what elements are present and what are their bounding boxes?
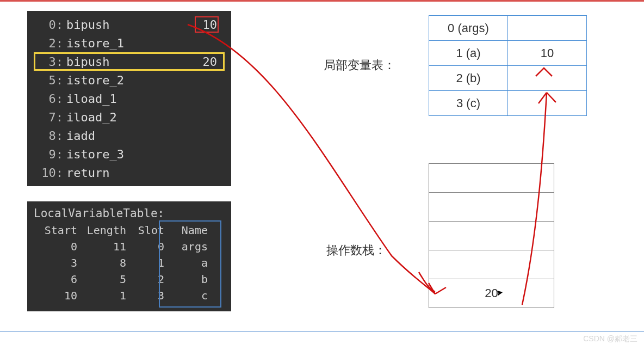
accent-top-border xyxy=(0,0,644,2)
bytecode-offset: 3: xyxy=(36,55,63,69)
bytecode-line: 3:bipush20 xyxy=(34,52,225,71)
locals-slot: 2 (b) xyxy=(429,66,508,91)
lvt-header-name: Name xyxy=(164,224,208,237)
locals-slot: 1 (a) xyxy=(429,41,508,66)
locals-value: 10 xyxy=(508,41,587,66)
stack-row xyxy=(429,222,554,250)
bytecode-line: 8:iadd xyxy=(34,126,225,145)
bytecode-line: 10:return xyxy=(34,163,225,182)
bytecode-offset: 7: xyxy=(36,110,63,124)
bytecode-instruction: return xyxy=(66,166,190,180)
bytecode-instruction: iadd xyxy=(66,129,190,143)
lvt-name: b xyxy=(164,273,208,286)
lvt-title: LocalVariableTable: xyxy=(34,207,225,220)
locals-label: 局部变量表： xyxy=(324,57,395,73)
bytecode-instruction: iload_1 xyxy=(66,92,190,106)
locals-row: 3 (c) xyxy=(429,91,587,116)
lvt-start: 3 xyxy=(34,256,77,269)
locals-row: 0 (args) xyxy=(429,16,587,41)
bytecode-offset: 10: xyxy=(36,166,63,180)
stack-cell xyxy=(429,164,554,193)
lvt-header-row: Start Length Slot Name xyxy=(34,222,225,238)
lvt-length: 5 xyxy=(77,273,126,286)
bytecode-line: 2:istore_1 xyxy=(34,34,225,52)
bytecode-instruction: istore_2 xyxy=(66,73,190,87)
bytecode-instruction: istore_1 xyxy=(66,36,190,50)
bytecode-instruction: bipush xyxy=(66,55,190,69)
stack-row: 20 xyxy=(429,279,554,308)
lvt-length: 8 xyxy=(77,256,126,269)
locals-slot: 0 (args) xyxy=(429,16,508,41)
bytecode-line: 6:iload_1 xyxy=(34,89,225,108)
lvt-name: a xyxy=(164,256,208,269)
operand-stack-label: 操作数栈： xyxy=(326,242,386,259)
bytecode-offset: 8: xyxy=(36,129,63,143)
operand-stack: 20 xyxy=(429,163,554,308)
locals-table: 0 (args)1 (a)102 (b)3 (c) xyxy=(429,15,587,116)
lvt-header-slot: Slot xyxy=(126,224,164,237)
bytecode-offset: 0: xyxy=(36,18,63,32)
lvt-header-start: Start xyxy=(34,224,77,237)
lvt-row: 652b xyxy=(34,271,225,287)
locals-row: 1 (a)10 xyxy=(429,41,587,66)
locals-value xyxy=(508,91,587,116)
lvt-slot: 0 xyxy=(126,240,164,253)
locals-row: 2 (b) xyxy=(429,66,587,91)
lvt-start: 6 xyxy=(34,273,77,286)
bytecode-offset: 5: xyxy=(36,73,63,87)
locals-value xyxy=(508,66,587,91)
locals-value xyxy=(508,16,587,41)
locals-slot: 3 (c) xyxy=(429,91,508,116)
lvt-slot: 1 xyxy=(126,256,164,269)
accent-bottom-border xyxy=(0,331,644,332)
local-variable-metadata-panel: LocalVariableTable: Start Length Slot Na… xyxy=(27,201,231,311)
bytecode-instruction: bipush xyxy=(66,18,190,32)
lvt-start: 0 xyxy=(34,240,77,253)
stack-cell: 20 xyxy=(429,279,554,308)
lvt-length: 1 xyxy=(77,289,126,302)
lvt-name: args xyxy=(164,240,208,253)
bytecode-instruction: iload_2 xyxy=(66,110,190,124)
lvt-header-length: Length xyxy=(77,224,126,237)
stack-row xyxy=(429,250,554,279)
lvt-start: 10 xyxy=(34,289,77,302)
stack-cell xyxy=(429,193,554,222)
stack-cell xyxy=(429,250,554,279)
bytecode-panel: 0:bipush102:istore_13:bipush205:istore_2… xyxy=(27,11,231,186)
lvt-row: 1013c xyxy=(34,287,225,304)
lvt-length: 11 xyxy=(77,240,126,253)
stack-row xyxy=(429,193,554,222)
operand-red-highlight xyxy=(195,16,219,33)
lvt-slot: 2 xyxy=(126,273,164,286)
bytecode-line: 7:iload_2 xyxy=(34,108,225,126)
stack-cell xyxy=(429,222,554,250)
bytecode-line: 9:istore_3 xyxy=(34,145,225,163)
bytecode-offset: 2: xyxy=(36,36,63,50)
bytecode-offset: 6: xyxy=(36,92,63,106)
lvt-row: 381a xyxy=(34,255,225,271)
stack-row xyxy=(429,164,554,193)
bytecode-instruction: istore_3 xyxy=(66,148,190,161)
lvt-slot: 3 xyxy=(126,289,164,302)
bytecode-line: 5:istore_2 xyxy=(34,71,225,89)
lvt-row: 0110args xyxy=(34,238,225,255)
lvt-name: c xyxy=(164,289,208,302)
watermark: CSDN @郝老三 xyxy=(583,334,637,344)
bytecode-offset: 9: xyxy=(36,148,63,161)
bytecode-operand: 20 xyxy=(190,55,222,69)
bytecode-line: 0:bipush10 xyxy=(34,15,225,34)
